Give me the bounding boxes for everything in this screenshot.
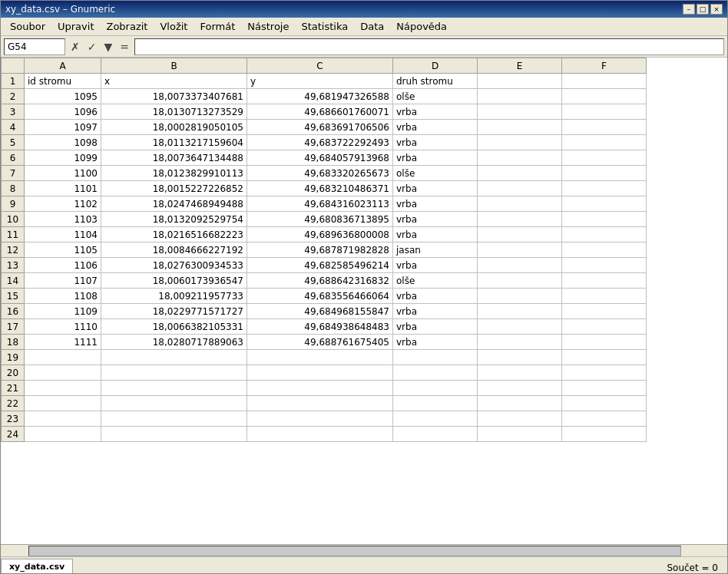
cell-C11[interactable]: 49,689636800008 — [247, 227, 393, 242]
cell-D4[interactable]: vrba — [393, 120, 478, 135]
cell-E6[interactable] — [478, 150, 562, 166]
cell-B17[interactable]: 18,0066382105331 — [101, 319, 247, 335]
cell-E13[interactable] — [478, 258, 562, 273]
formula-input[interactable] — [134, 38, 724, 55]
cell-F18[interactable] — [562, 335, 647, 350]
cell-D16[interactable]: vrba — [393, 304, 478, 319]
col-header-A[interactable]: A — [25, 58, 101, 74]
cell-A19[interactable] — [25, 350, 101, 365]
cell-A24[interactable] — [25, 427, 101, 442]
cell-C9[interactable]: 49,684316023113 — [247, 196, 393, 212]
cell-B12[interactable]: 18,0084666227192 — [101, 242, 247, 258]
cell-A18[interactable]: 1111 — [25, 335, 101, 350]
cell-C1[interactable]: y — [247, 74, 393, 89]
cell-B9[interactable]: 18,0247468949488 — [101, 196, 247, 212]
cell-F8[interactable] — [562, 181, 647, 196]
cell-C22[interactable] — [247, 396, 393, 411]
cell-A11[interactable]: 1104 — [25, 227, 101, 242]
cell-C16[interactable]: 49,684968155847 — [247, 304, 393, 319]
cell-E22[interactable] — [478, 396, 562, 411]
cell-D18[interactable]: vrba — [393, 335, 478, 350]
cell-F12[interactable] — [562, 242, 647, 258]
cell-B13[interactable]: 18,0276300934533 — [101, 258, 247, 273]
cell-B11[interactable]: 18,0216516682223 — [101, 227, 247, 242]
cell-A13[interactable]: 1106 — [25, 258, 101, 273]
cell-D23[interactable] — [393, 411, 478, 427]
cell-C3[interactable]: 49,686601760071 — [247, 104, 393, 120]
cell-A8[interactable]: 1101 — [25, 181, 101, 196]
cell-B2[interactable]: 18,0073373407681 — [101, 89, 247, 104]
menu-napoveda[interactable]: Nápověda — [390, 19, 453, 34]
cell-E1[interactable] — [478, 74, 562, 89]
cell-A3[interactable]: 1096 — [25, 104, 101, 120]
cell-E9[interactable] — [478, 196, 562, 212]
cell-F2[interactable] — [562, 89, 647, 104]
cell-C8[interactable]: 49,683210486371 — [247, 181, 393, 196]
minimize-button[interactable]: – — [683, 4, 695, 15]
cell-D19[interactable] — [393, 350, 478, 365]
cancel-icon[interactable]: ✗ — [68, 41, 82, 53]
cell-F3[interactable] — [562, 104, 647, 120]
cell-C4[interactable]: 49,683691706506 — [247, 120, 393, 135]
cell-C6[interactable]: 49,684057913968 — [247, 150, 393, 166]
cell-A17[interactable]: 1110 — [25, 319, 101, 335]
cell-B23[interactable] — [101, 411, 247, 427]
cell-B7[interactable]: 18,0123829910113 — [101, 166, 247, 181]
cell-B15[interactable]: 18,009211957733 — [101, 289, 247, 304]
cell-D11[interactable]: vrba — [393, 227, 478, 242]
col-header-D[interactable]: D — [393, 58, 478, 74]
cell-A22[interactable] — [25, 396, 101, 411]
cell-B6[interactable]: 18,0073647134488 — [101, 150, 247, 166]
cell-A16[interactable]: 1109 — [25, 304, 101, 319]
cell-C7[interactable]: 49,683320265673 — [247, 166, 393, 181]
cell-A5[interactable]: 1098 — [25, 135, 101, 150]
cell-B19[interactable] — [101, 350, 247, 365]
cell-F14[interactable] — [562, 273, 647, 289]
cell-B5[interactable]: 18,0113217159604 — [101, 135, 247, 150]
cell-F10[interactable] — [562, 212, 647, 227]
cell-A7[interactable]: 1100 — [25, 166, 101, 181]
cell-A1[interactable]: id stromu — [25, 74, 101, 89]
cell-E4[interactable] — [478, 120, 562, 135]
cell-B20[interactable] — [101, 365, 247, 381]
cell-C15[interactable]: 49,683556466064 — [247, 289, 393, 304]
cell-D22[interactable] — [393, 396, 478, 411]
cell-E15[interactable] — [478, 289, 562, 304]
cell-A10[interactable]: 1103 — [25, 212, 101, 227]
cell-E8[interactable] — [478, 181, 562, 196]
cell-C2[interactable]: 49,681947326588 — [247, 89, 393, 104]
cell-B16[interactable]: 18,0229771571727 — [101, 304, 247, 319]
maximize-button[interactable]: □ — [697, 4, 709, 15]
menu-format[interactable]: Formát — [194, 19, 241, 34]
cell-A14[interactable]: 1107 — [25, 273, 101, 289]
cell-A21[interactable] — [25, 381, 101, 396]
cell-D21[interactable] — [393, 381, 478, 396]
cell-C10[interactable]: 49,680836713895 — [247, 212, 393, 227]
cell-E17[interactable] — [478, 319, 562, 335]
cell-D14[interactable]: olše — [393, 273, 478, 289]
cell-D9[interactable]: vrba — [393, 196, 478, 212]
cell-E14[interactable] — [478, 273, 562, 289]
cell-E5[interactable] — [478, 135, 562, 150]
menu-upravit[interactable]: Upravit — [51, 19, 100, 34]
cell-A2[interactable]: 1095 — [25, 89, 101, 104]
cell-E2[interactable] — [478, 89, 562, 104]
cell-F9[interactable] — [562, 196, 647, 212]
cell-C23[interactable] — [247, 411, 393, 427]
cell-C13[interactable]: 49,682585496214 — [247, 258, 393, 273]
cell-B4[interactable]: 18,0002819050105 — [101, 120, 247, 135]
cell-B24[interactable] — [101, 427, 247, 442]
cell-C12[interactable]: 49,687871982828 — [247, 242, 393, 258]
cell-F23[interactable] — [562, 411, 647, 427]
menu-vlozit[interactable]: Vložit — [154, 19, 194, 34]
cell-D15[interactable]: vrba — [393, 289, 478, 304]
cell-C14[interactable]: 49,688642316832 — [247, 273, 393, 289]
col-header-C[interactable]: C — [247, 58, 393, 74]
cell-F5[interactable] — [562, 135, 647, 150]
cell-D5[interactable]: vrba — [393, 135, 478, 150]
cell-A4[interactable]: 1097 — [25, 120, 101, 135]
cell-D3[interactable]: vrba — [393, 104, 478, 120]
cell-F19[interactable] — [562, 350, 647, 365]
cell-D6[interactable]: vrba — [393, 150, 478, 166]
cell-A12[interactable]: 1105 — [25, 242, 101, 258]
